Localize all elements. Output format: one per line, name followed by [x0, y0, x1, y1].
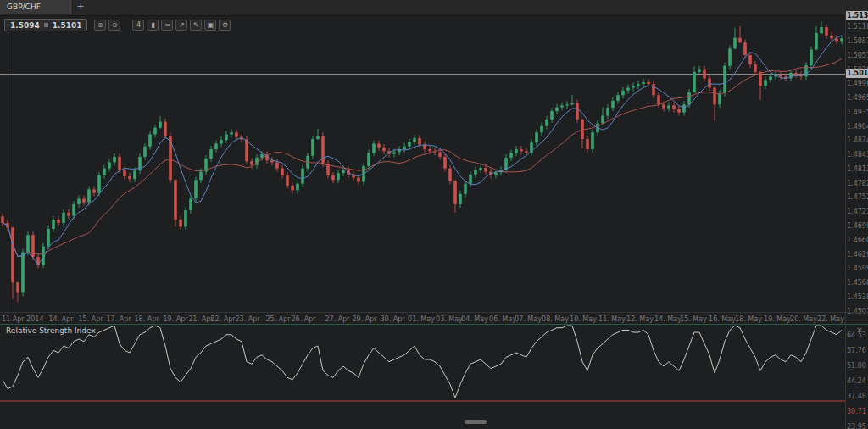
candle-body	[525, 151, 528, 153]
candle-body	[626, 87, 630, 90]
indicators-button[interactable]: ≈	[161, 20, 173, 31]
candle-body	[214, 143, 218, 149]
time-axis-label: 14. May	[654, 315, 682, 323]
price-axis-label: 1.4568	[847, 279, 868, 287]
rsi-axis-label: 23.95	[847, 423, 868, 429]
timeframe-4h-button[interactable]: 4	[132, 20, 144, 31]
candle-body	[209, 149, 213, 159]
candle-body	[464, 184, 467, 194]
candle-body	[184, 210, 187, 226]
candle-body	[723, 66, 726, 93]
candle-body	[550, 111, 554, 120]
candle-body	[637, 84, 640, 86]
time-axis-label: 22. May	[817, 315, 844, 323]
time-axis-label: 04. May	[461, 315, 488, 323]
price-axis-label: 1.4629	[847, 251, 868, 259]
candle-body	[260, 154, 264, 158]
candle-body	[682, 104, 686, 112]
time-axis-label: 08. May	[542, 315, 569, 323]
candle-body	[52, 220, 55, 229]
candle-body	[57, 220, 60, 223]
time-axis-label: 19. Apr	[163, 315, 187, 323]
candle-body	[225, 134, 228, 140]
candle-body	[667, 105, 670, 108]
candle-body	[616, 95, 620, 101]
rsi-chart[interactable]	[0, 325, 845, 429]
candle-body	[733, 38, 737, 49]
expand-button[interactable]: ↗	[175, 20, 187, 31]
candle-body	[103, 169, 106, 176]
candle-body	[738, 38, 742, 42]
candle-body	[718, 93, 721, 104]
candle-body	[545, 120, 548, 126]
time-axis[interactable]: 11 Apr 201414. Apr15. Apr17. Apr18. Apr1…	[0, 312, 868, 324]
candle-body	[230, 132, 233, 134]
candle-body	[392, 152, 396, 153]
candle-body	[479, 168, 482, 170]
time-axis-label: 12. May	[626, 315, 654, 323]
candle-body	[520, 149, 523, 151]
candle-body	[789, 73, 793, 79]
rsi-panel: Relative Strength Index ×	[0, 324, 868, 429]
price-axis-label: 1.4874	[847, 136, 868, 144]
candle-body	[560, 105, 564, 107]
price-axis-label: 1.4660	[847, 237, 868, 244]
tab-gbpchf[interactable]: GBP/CHF	[0, 0, 73, 14]
settings-button[interactable]: ⚙	[219, 20, 231, 31]
candle-body	[632, 86, 635, 87]
chart-type-icon: ▮	[151, 21, 154, 29]
candle-body	[321, 136, 325, 164]
candle-body	[97, 176, 101, 193]
zoom-in-button[interactable]: ⊕	[94, 20, 106, 31]
candle-body	[174, 180, 177, 220]
price-chart[interactable]	[0, 15, 845, 312]
price-axis-label: 1.4752	[847, 193, 868, 201]
panel-resize-handle[interactable]	[465, 420, 487, 424]
snapshot-icon: ▣	[208, 21, 214, 29]
candle-body	[662, 104, 665, 108]
candle-body	[743, 42, 747, 55]
candle-body	[164, 122, 167, 136]
candle-body	[448, 169, 452, 181]
snapshot-button[interactable]: ▣	[204, 20, 216, 31]
price-axis-label: 1.4904	[847, 123, 868, 131]
candle-body	[443, 157, 447, 169]
candle-body	[708, 78, 711, 87]
candle-body	[367, 153, 370, 165]
candle-body	[250, 161, 253, 164]
price-axis-label: 1.4599	[847, 265, 868, 272]
time-axis-label: 01. May	[408, 315, 435, 323]
settings-icon: ⚙	[222, 21, 228, 29]
zoom-out-button[interactable]: ⊖	[108, 20, 120, 31]
candle-body	[72, 204, 75, 216]
quote-box: 1.5094 1.5101	[4, 19, 87, 31]
candle-body	[642, 82, 645, 84]
candle-body	[311, 139, 314, 156]
price-axis-label: 1.4538	[847, 293, 868, 301]
time-axis-label: 11. May	[598, 315, 626, 323]
candle-body	[275, 162, 279, 168]
draw-button[interactable]: ✎	[190, 20, 202, 31]
candle-body	[647, 82, 650, 84]
candle-body	[698, 69, 701, 71]
candle-body	[108, 162, 111, 168]
candle-body	[408, 142, 411, 146]
new-tab-button[interactable]: +	[75, 0, 86, 14]
indicators-icon: ≈	[164, 21, 170, 29]
draw-icon: ✎	[193, 21, 199, 29]
high-price-badge: 1.5135	[846, 11, 868, 20]
candle-body	[128, 176, 131, 179]
price-axis-label: 1.4690	[847, 222, 868, 230]
candle-body	[235, 132, 238, 136]
expand-icon: ↗	[179, 21, 185, 29]
candle-body	[804, 65, 808, 76]
chart-type-button[interactable]: ▮	[147, 20, 159, 31]
time-axis-label: 29. Apr	[352, 315, 376, 323]
candle-body	[143, 147, 147, 157]
candle-body	[428, 149, 431, 151]
candle-body	[672, 105, 676, 109]
candle-body	[47, 229, 50, 246]
candle-body	[453, 181, 457, 203]
rsi-axis-label: 37.48	[847, 393, 868, 400]
candle-body	[565, 104, 569, 105]
